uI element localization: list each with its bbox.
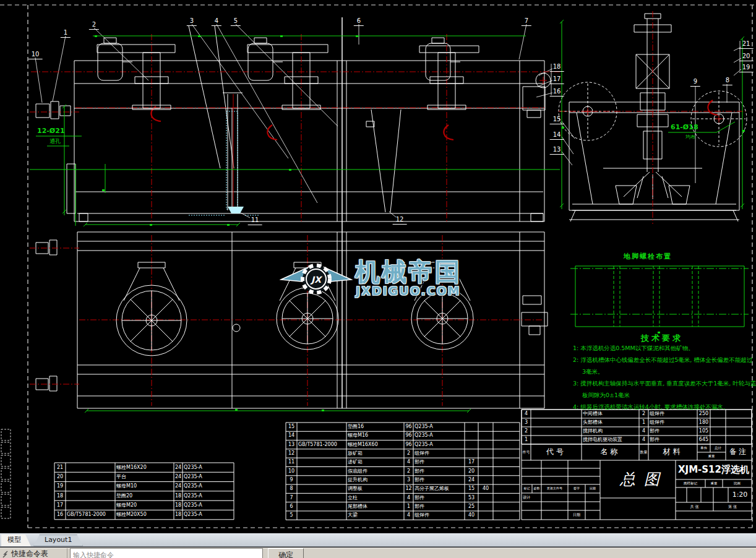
parts-cell: Q235-A — [184, 510, 233, 520]
parts-cell: 25 — [466, 502, 477, 511]
scale-value: 1:20 — [728, 488, 752, 502]
parts-cell: 12 — [405, 484, 412, 493]
balloon-8: 8 — [723, 77, 732, 85]
parts-cell: Q235-A — [184, 463, 233, 472]
weight-label: 重量 — [705, 479, 723, 487]
parts-cell: GB/T5781-2000 — [298, 440, 345, 449]
watermark: JX 机械帝国 JXDIGUO.COM — [280, 259, 462, 298]
parts-cell: 部件 — [650, 436, 696, 444]
parts-cell: 14 — [287, 431, 296, 440]
parts-cell: 250 — [698, 410, 709, 418]
parts-cell: 180 — [698, 418, 709, 427]
parts-cell: 24 — [175, 463, 181, 472]
logo-monogram: JX — [310, 275, 322, 285]
parts-cell: 2 — [405, 467, 412, 476]
parts-cell: 15 — [466, 484, 477, 493]
parts-cell: 进矿箱 — [348, 458, 403, 466]
balloon-6: 6 — [354, 18, 364, 26]
rev-count-label: 处数 — [532, 484, 541, 493]
balloon-3: 3 — [187, 18, 197, 26]
parts-cell: 40 — [466, 511, 477, 520]
scale-label: 比例 — [723, 479, 752, 487]
parts-cell: 调整板 — [348, 484, 403, 493]
balloon-9: 9 — [690, 79, 700, 87]
balloon-19: 19 — [739, 64, 754, 72]
hdr-material: 材料 — [648, 444, 697, 460]
balloon-2: 2 — [89, 22, 99, 30]
parts-cell: 立柱 — [348, 493, 403, 502]
parts-cell: 高分子聚乙烯板 — [415, 484, 463, 493]
command-input[interactable] — [70, 548, 263, 558]
parts-cell: 2 — [640, 410, 647, 418]
parts-cell: 8 — [287, 484, 296, 493]
shortcut-table-button[interactable]: 快捷命令表 — [0, 548, 67, 558]
parts-cell: Q235-A — [415, 440, 463, 449]
tab-model[interactable]: 模型 — [1, 534, 31, 546]
parts-cell: 96 — [405, 431, 412, 440]
design-label: 设计 — [523, 493, 541, 502]
parts-cell: 中间槽体 — [583, 410, 638, 418]
watermark-domain: JXDIGUO.COM — [356, 284, 461, 298]
parts-cell: 螺母M16 — [348, 431, 403, 440]
parts-cell: 19 — [56, 482, 64, 491]
balloon-13: 13 — [550, 147, 564, 155]
parts-cell: 部件 — [415, 476, 463, 484]
tech-requirement-line: 4: 组装后浮选机带清水运转4小时, 要求槽体连接处不漏水。 — [573, 404, 729, 410]
hdr-remark: 备注 — [726, 444, 752, 460]
tab-layout1-label: Layout1 — [45, 536, 72, 544]
layout-tabbar: 模型 Layout1 — [0, 533, 756, 547]
ok-button[interactable]: 确定 — [268, 548, 304, 558]
hdr-qty: 数量 — [639, 444, 648, 460]
parts-cell: 部件 — [650, 427, 696, 436]
balloon-10: 10 — [28, 51, 43, 59]
balloon-12: 12 — [393, 217, 407, 225]
parts-cell: 7 — [287, 493, 296, 502]
model-designation: XJM-S12浮选机 — [676, 461, 751, 478]
parts-cell: 部件 — [415, 502, 463, 511]
parts-cell: 4 — [405, 493, 412, 502]
parts-cell: 螺母M10 — [116, 482, 173, 491]
parts-cell: 645 — [698, 436, 709, 444]
parts-cell: 搅拌机构 — [583, 427, 638, 436]
parts-cell: Q235-A — [184, 482, 233, 491]
hole-callout-left-sub: 通孔 — [49, 139, 61, 144]
parts-cell: Q235-A — [184, 500, 233, 510]
parts-cell: 4 — [405, 458, 412, 466]
balloon-1: 1 — [61, 30, 71, 38]
parts-cell: 假底组件 — [348, 467, 403, 476]
balloon-18: 18 — [550, 64, 564, 72]
parts-cell: 18 — [175, 510, 181, 520]
parts-cell: Q235-A — [184, 491, 233, 500]
parts-cell: 24 — [175, 472, 181, 481]
hole-callout-left: 12-Ø21 — [37, 127, 65, 134]
parts-cell: 5 — [287, 511, 296, 520]
balloon-5: 5 — [231, 18, 241, 26]
date-label: 日期 — [568, 510, 585, 520]
parts-cell: 18 — [175, 500, 181, 510]
mark-label: 图样标记 — [676, 479, 705, 487]
balloon-4: 4 — [212, 18, 221, 26]
hole-callout-right: 61-Ø18 — [671, 124, 698, 131]
parts-cell: 2 — [405, 449, 412, 458]
parts-cell: 105 — [698, 427, 709, 436]
rev-doc-label: 更改文件号 — [541, 484, 568, 493]
parts-cell: 1 — [405, 502, 412, 511]
parts-cell: 20 — [466, 467, 477, 476]
command-bar: 快捷命令表 确定 — [0, 547, 756, 558]
parts-cell: 17 — [466, 458, 477, 466]
parts-cell: 12 — [287, 449, 296, 458]
parts-cell: 15 — [287, 423, 296, 431]
tab-model-label: 模型 — [7, 536, 21, 544]
hdr-weight: 重量 — [697, 452, 726, 460]
balloon-17: 17 — [550, 76, 564, 84]
parts-cell: 96 — [405, 440, 412, 449]
tab-layout1[interactable]: Layout1 — [33, 534, 83, 546]
tech-requirements-title: 技术要求 — [641, 334, 683, 342]
parts-cell: 组焊件 — [415, 449, 463, 458]
watermark-brand: 机械帝国 — [355, 260, 462, 283]
parts-cell: 放矿箱 — [348, 449, 403, 458]
parts-cell: 11 — [287, 458, 296, 466]
parts-cell: 17 — [56, 500, 64, 510]
parts-cell: Q235-A — [415, 431, 463, 440]
tech-requirement-line: 1: 本浮选机分选0.5MM以下煤泥和其他矿物。 — [573, 345, 694, 351]
